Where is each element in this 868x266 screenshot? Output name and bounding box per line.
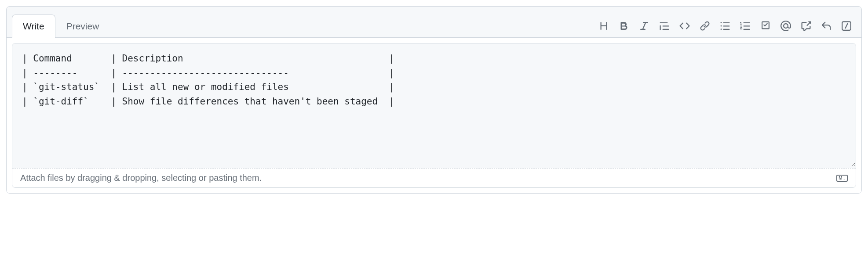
formatting-toolbar xyxy=(598,21,856,37)
italic-icon[interactable] xyxy=(639,21,649,31)
markdown-supported-icon[interactable]: M↓ xyxy=(836,175,848,182)
editor-header: Write Preview xyxy=(7,7,861,37)
bold-icon[interactable] xyxy=(619,21,629,31)
link-icon[interactable] xyxy=(700,21,710,31)
textarea-container: Attach files by dragging & dropping, sel… xyxy=(12,43,856,188)
attach-hint[interactable]: Attach files by dragging & dropping, sel… xyxy=(20,173,262,183)
mention-icon[interactable] xyxy=(780,21,791,31)
heading-icon[interactable] xyxy=(598,21,609,31)
tab-write[interactable]: Write xyxy=(12,14,55,38)
slash-commands-icon[interactable] xyxy=(841,21,852,31)
tab-preview[interactable]: Preview xyxy=(55,14,110,38)
cross-reference-icon[interactable] xyxy=(801,21,811,31)
ordered-list-icon[interactable] xyxy=(740,21,751,31)
comment-textarea[interactable] xyxy=(12,43,856,166)
reply-icon[interactable] xyxy=(821,21,832,31)
quote-icon[interactable] xyxy=(659,21,670,31)
svg-line-1 xyxy=(845,23,848,29)
editor-footer: Attach files by dragging & dropping, sel… xyxy=(12,168,856,187)
editor-body: Attach files by dragging & dropping, sel… xyxy=(7,37,861,193)
editor-tabs: Write Preview xyxy=(12,14,110,37)
code-icon[interactable] xyxy=(679,21,690,31)
task-list-icon[interactable] xyxy=(760,21,771,31)
comment-editor: Write Preview xyxy=(6,6,862,194)
unordered-list-icon[interactable] xyxy=(720,21,730,31)
